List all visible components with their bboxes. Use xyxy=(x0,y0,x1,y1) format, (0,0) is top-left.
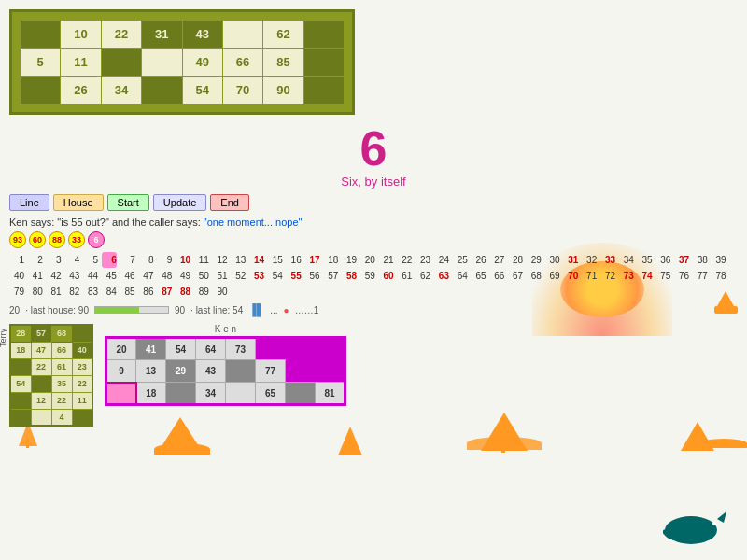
bubble-93: 93 xyxy=(9,231,26,248)
grid-number-3: 3 xyxy=(47,252,62,268)
grid-number-16: 16 xyxy=(287,252,302,268)
last-house-value: 90 xyxy=(175,305,185,315)
card-cell xyxy=(21,77,61,105)
card-cell xyxy=(21,21,61,49)
card-cell: 85 xyxy=(263,49,303,77)
grid-number-59: 59 xyxy=(360,268,375,284)
grid-number-54: 54 xyxy=(268,268,283,284)
grid-number-65: 65 xyxy=(472,268,486,284)
grid-number-33: 33 xyxy=(600,252,615,268)
terry-bingo-card: 28 57 68 18 47 66 40 22 61 23 xyxy=(9,324,93,427)
grid-number-40: 40 xyxy=(9,268,24,284)
chart-icon: ▐▌ xyxy=(248,303,264,316)
grid-number-55: 55 xyxy=(287,268,302,284)
bubble-60: 60 xyxy=(29,231,46,248)
grid-number-76: 76 xyxy=(674,268,689,284)
grid-number-5: 5 xyxy=(83,252,98,268)
grid-number-26: 26 xyxy=(472,252,486,268)
svg-rect-3 xyxy=(177,441,181,453)
card-cell xyxy=(303,49,344,77)
status-bar: 20 · last house: 90 90 · last line: 54 ▐… xyxy=(9,303,738,316)
grid-number-15: 15 xyxy=(268,252,283,268)
grid-number-84: 84 xyxy=(102,284,117,300)
card-cell: 49 xyxy=(182,49,222,77)
grid-number-2: 2 xyxy=(28,252,43,268)
grid-number-18: 18 xyxy=(323,252,338,268)
dots-right: ……1 xyxy=(295,305,319,315)
card-cell: 31 xyxy=(142,21,182,49)
grid-number-34: 34 xyxy=(619,252,634,268)
card-cell xyxy=(303,77,344,105)
grid-number-38: 38 xyxy=(693,252,708,268)
grid-number-83: 83 xyxy=(83,284,98,300)
grid-number-11: 11 xyxy=(194,252,209,268)
grid-number-6: 6 xyxy=(102,252,117,268)
card-cell xyxy=(142,49,182,77)
grid-number-1: 1 xyxy=(9,252,24,268)
grid-number-78: 78 xyxy=(712,268,726,284)
grid-number-9: 9 xyxy=(157,252,172,268)
grid-number-77: 77 xyxy=(693,268,708,284)
grid-number-45: 45 xyxy=(102,268,117,284)
grid-number-17: 17 xyxy=(305,252,320,268)
update-button[interactable]: Update xyxy=(153,194,206,211)
circle-indicator: ● xyxy=(284,305,289,315)
grid-number-52: 52 xyxy=(231,268,246,284)
grid-number-79: 79 xyxy=(9,284,24,300)
grid-number-24: 24 xyxy=(434,252,449,268)
top-bingo-card: 10 22 31 43 62 5 11 49 66 85 26 xyxy=(9,9,355,115)
ken-says-text: Ken says: "is 55 out?" and the caller sa… xyxy=(9,217,738,228)
grid-number-89: 89 xyxy=(194,284,209,300)
line-button[interactable]: Line xyxy=(9,194,49,211)
bubble-33: 33 xyxy=(68,231,85,248)
bubble-6: 6 xyxy=(88,231,105,248)
grid-number-37: 37 xyxy=(674,252,689,268)
card-cell: 22 xyxy=(101,21,141,49)
grid-number-68: 68 xyxy=(527,268,542,284)
card-cell xyxy=(101,49,141,77)
grid-number-22: 22 xyxy=(397,252,412,268)
grid-number-86: 86 xyxy=(138,284,153,300)
card-cell: 90 xyxy=(263,77,303,105)
ken-card-wrapper: K e n 20 41 54 64 73 9 13 29 43 77 xyxy=(105,324,346,406)
grid-number-61: 61 xyxy=(397,268,412,284)
grid-number-47: 47 xyxy=(138,268,153,284)
grid-number-63: 63 xyxy=(434,268,449,284)
grid-number-56: 56 xyxy=(305,268,320,284)
grid-number-13: 13 xyxy=(231,252,246,268)
grid-number-66: 66 xyxy=(489,268,504,284)
grid-number-42: 42 xyxy=(47,268,62,284)
grid-number-53: 53 xyxy=(249,268,264,284)
grid-number-25: 25 xyxy=(453,252,468,268)
grid-number-49: 49 xyxy=(176,268,190,284)
grid-number-32: 32 xyxy=(582,252,597,268)
grid-number-8: 8 xyxy=(138,252,153,268)
grid-number-46: 46 xyxy=(120,268,135,284)
grid-number-67: 67 xyxy=(508,268,523,284)
svg-rect-6 xyxy=(501,439,505,453)
grid-number-31: 31 xyxy=(563,252,578,268)
grid-number-14: 14 xyxy=(249,252,264,268)
start-button[interactable]: Start xyxy=(107,194,149,211)
grid-number-41: 41 xyxy=(28,268,43,284)
grid-number-36: 36 xyxy=(655,252,670,268)
grid-number-44: 44 xyxy=(83,268,98,284)
card-cell: 34 xyxy=(101,77,141,105)
grid-number-73: 73 xyxy=(619,268,634,284)
grid-number-30: 30 xyxy=(545,252,560,268)
grid-number-58: 58 xyxy=(342,268,357,284)
grid-number-82: 82 xyxy=(64,284,79,300)
card-cell xyxy=(142,77,182,105)
control-buttons: Line House Start Update End xyxy=(9,194,738,211)
end-button[interactable]: End xyxy=(210,194,249,211)
card-cell xyxy=(303,21,344,49)
card-cell: 43 xyxy=(182,21,222,49)
number-grid: 1 2 3 4 5 6 7 8 9 10 11 12 13 14 15 16 1… xyxy=(9,252,738,300)
house-button[interactable]: House xyxy=(53,194,104,211)
dots-label: ... xyxy=(270,305,277,315)
grid-number-57: 57 xyxy=(323,268,338,284)
svg-point-10 xyxy=(665,516,717,544)
card-cell: 26 xyxy=(61,77,101,105)
card-cell: 54 xyxy=(182,77,222,105)
grid-number-19: 19 xyxy=(342,252,357,268)
